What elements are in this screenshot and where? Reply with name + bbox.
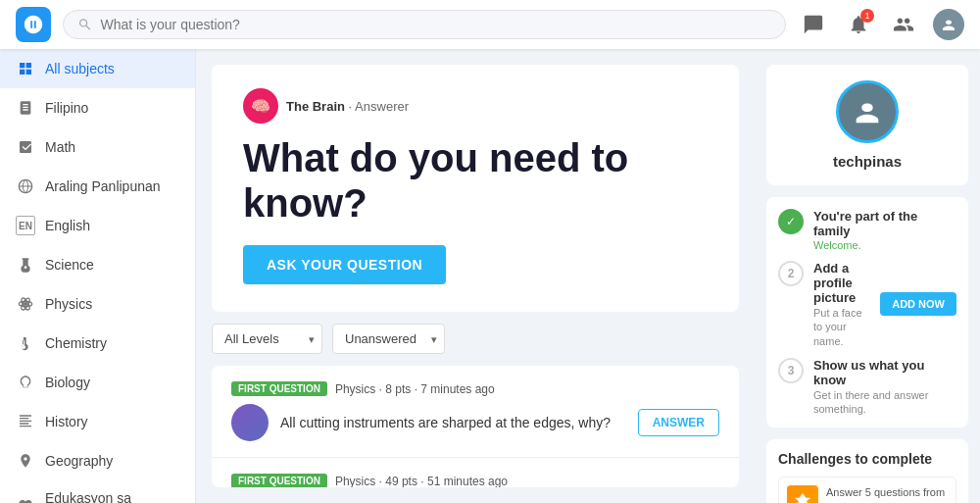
- checklist: ✓ You're part of the family Welcome. 2 A…: [766, 197, 968, 428]
- edukasyon-icon: [16, 496, 35, 503]
- notification-button[interactable]: 1: [843, 9, 874, 40]
- sidebar-item-math[interactable]: Math: [0, 127, 195, 167]
- search-icon: [77, 17, 92, 32]
- svg-point-4: [24, 303, 27, 306]
- geography-icon: [16, 451, 35, 471]
- logo[interactable]: [16, 7, 51, 42]
- sidebar-item-label: Physics: [45, 296, 92, 312]
- challenge-icon-gold: [787, 485, 818, 503]
- check-item-1: ✓ You're part of the family Welcome.: [778, 209, 956, 251]
- sidebar-item-label: History: [45, 414, 88, 429]
- check-body-1: You're part of the family Welcome.: [813, 209, 956, 251]
- status-filter[interactable]: Unanswered Answered: [332, 324, 445, 354]
- user-avatar: [836, 80, 899, 143]
- level-filter[interactable]: All Levels Elementary High School Colleg…: [212, 324, 322, 354]
- sidebar-item-label: Filipino: [45, 100, 88, 116]
- sidebar-item-biology[interactable]: Biology: [0, 363, 195, 402]
- araling-icon: [16, 176, 35, 196]
- user-card: techpinas: [766, 65, 968, 185]
- users-button[interactable]: [888, 9, 919, 40]
- status-filter-wrapper: Unanswered Answered: [332, 324, 445, 354]
- add-now-button[interactable]: ADD NOW: [880, 292, 956, 316]
- science-icon: [16, 255, 35, 275]
- math-icon: [16, 137, 35, 157]
- all-subjects-icon: [16, 59, 35, 78]
- author-text: The Brain · Answerer: [286, 99, 409, 114]
- english-icon: EN: [16, 216, 35, 235]
- author-role: Answerer: [355, 99, 409, 114]
- question-card: First question Physics · 49 pts · 51 min…: [212, 458, 739, 487]
- sidebar-item-filipino[interactable]: Filipino: [0, 88, 195, 127]
- user-avatar-button[interactable]: [933, 9, 964, 40]
- first-question-badge-2: First question: [231, 474, 327, 487]
- notification-badge: 1: [860, 9, 874, 23]
- sidebar-item-all-subjects[interactable]: All subjects: [0, 49, 195, 88]
- search-input[interactable]: [100, 17, 771, 32]
- sidebar-item-science[interactable]: Science: [0, 245, 195, 284]
- right-panel: techpinas ✓ You're part of the family We…: [755, 49, 980, 503]
- check-circle-3: 3: [778, 358, 804, 383]
- check-item-3: 3 Show us what you know Get in there and…: [778, 358, 956, 417]
- biology-icon: [16, 373, 35, 392]
- question-subject: Physics · 8 pts · 7 minutes ago: [335, 382, 495, 396]
- check-circle-done: ✓: [778, 209, 804, 234]
- check-desc-2: Put a face to your name.: [813, 306, 870, 348]
- question-row: All cutting instruments are sharped at t…: [231, 404, 719, 441]
- filipino-icon: [16, 98, 35, 118]
- chemistry-icon: [16, 333, 35, 353]
- challenge-body-1: Answer 5 questions from any subject in 4…: [826, 485, 948, 503]
- sidebar-item-label: Araling Panlipunan: [45, 178, 161, 194]
- chat-button[interactable]: [798, 9, 829, 40]
- sidebar-item-chemistry[interactable]: Chemistry: [0, 324, 195, 363]
- question-subject-2: Physics · 49 pts · 51 minutes ago: [335, 475, 508, 488]
- level-filter-wrapper: All Levels Elementary High School Colleg…: [212, 324, 322, 354]
- check-title-2: Add a profile picture: [813, 261, 870, 305]
- challenge-item-1: Answer 5 questions from any subject in 4…: [778, 477, 956, 503]
- sidebar-item-araling[interactable]: Araling Panlipunan: [0, 167, 195, 206]
- sidebar-item-english[interactable]: EN English: [0, 206, 195, 245]
- first-question-badge: First question: [231, 381, 327, 396]
- sidebar-item-label: Biology: [45, 375, 90, 390]
- check-circle-2: 2: [778, 261, 804, 286]
- check-title-3: Show us what you know: [813, 358, 956, 387]
- header-icons: 1: [798, 9, 964, 40]
- check-desc-3: Get in there and answer something.: [813, 388, 956, 417]
- history-icon: [16, 412, 35, 431]
- answer-button[interactable]: ANSWER: [638, 409, 719, 436]
- question-avatar: [231, 404, 269, 441]
- search-bar[interactable]: [63, 10, 786, 39]
- challenge-desc-1: Answer 5 questions from any subject in 4…: [826, 485, 948, 503]
- sidebar-item-label: English: [45, 218, 90, 233]
- main-layout: All subjects Filipino Math Araling Panli…: [0, 49, 980, 503]
- sidebar-item-label: Math: [45, 139, 75, 155]
- hero-card: 🧠 The Brain · Answerer What do you need …: [212, 65, 739, 312]
- sidebar-item-label: Geography: [45, 453, 113, 469]
- sidebar-item-history[interactable]: History: [0, 402, 195, 441]
- ask-question-button[interactable]: ASK YOUR QUESTION: [243, 245, 446, 284]
- hero-title-line1: What do you need to: [243, 136, 628, 179]
- sidebar-item-label: Science: [45, 257, 94, 273]
- questions-container: First question Physics · 8 pts · 7 minut…: [212, 366, 739, 487]
- check-subtitle-1: Welcome.: [813, 239, 956, 251]
- check-body-3: Show us what you know Get in there and a…: [813, 358, 956, 417]
- check-item-2: 2 Add a profile picture Put a face to yo…: [778, 261, 956, 348]
- check-body-2: Add a profile picture Put a face to your…: [813, 261, 870, 348]
- question-card: First question Physics · 8 pts · 7 minut…: [212, 366, 739, 458]
- sidebar-item-edukasyon[interactable]: Edukasyon sa Pagpapakatao: [0, 480, 195, 503]
- sidebar-item-label: Chemistry: [45, 335, 107, 351]
- question-meta-2: First question Physics · 49 pts · 51 min…: [231, 474, 719, 487]
- question-meta: First question Physics · 8 pts · 7 minut…: [231, 381, 719, 396]
- sidebar-item-label: All subjects: [45, 61, 115, 76]
- check-title-1: You're part of the family: [813, 209, 956, 238]
- challenges-card: Challenges to complete Answer 5 question…: [766, 439, 968, 503]
- header: 1: [0, 0, 980, 49]
- question-text: All cutting instruments are sharped at t…: [280, 415, 626, 430]
- sidebar-item-label: Edukasyon sa Pagpapakatao: [45, 490, 179, 503]
- username: techpinas: [833, 153, 902, 170]
- challenges-title: Challenges to complete: [778, 451, 956, 467]
- hero-author: 🧠 The Brain · Answerer: [243, 88, 708, 124]
- physics-icon: [16, 294, 35, 314]
- sidebar-item-physics[interactable]: Physics: [0, 284, 195, 324]
- brain-icon: 🧠: [243, 88, 278, 124]
- sidebar-item-geography[interactable]: Geography: [0, 441, 195, 480]
